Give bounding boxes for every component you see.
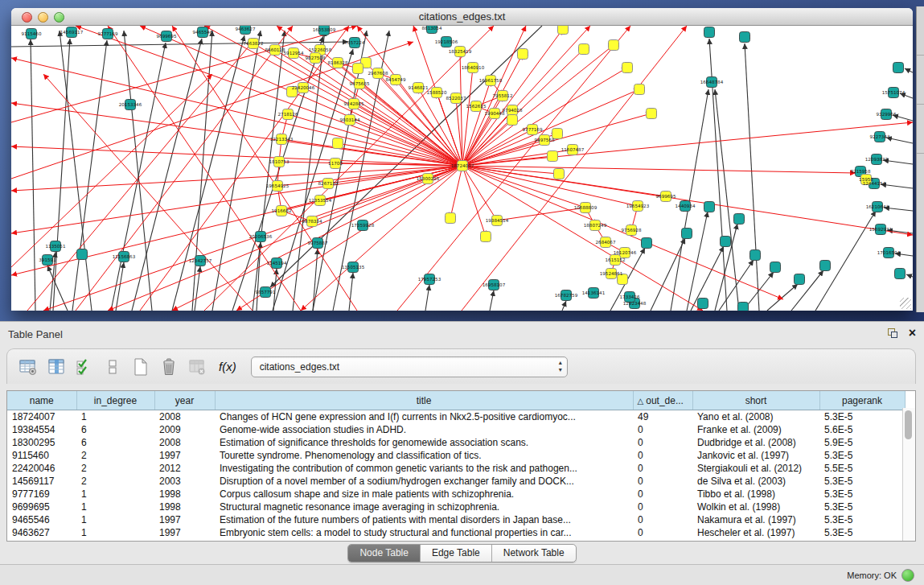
close-window-button[interactable] (22, 12, 32, 23)
table-column-icon (47, 357, 66, 377)
table-row[interactable]: 1872400712008Changes of HCN gene express… (7, 410, 905, 424)
tab-network-table[interactable]: Network Table (492, 545, 576, 562)
table-scrollbar-thumb[interactable] (905, 410, 912, 439)
table-options-button[interactable] (17, 356, 39, 378)
close-panel-icon[interactable]: × (909, 328, 916, 339)
function-builder-button[interactable]: f(x) (219, 360, 236, 373)
table-cell: 22420046 (7, 462, 76, 475)
graph-node-label: 15692931 (869, 227, 893, 232)
delete-columns-button[interactable] (158, 356, 180, 378)
graph-node[interactable] (609, 40, 619, 51)
trash-icon (159, 357, 179, 377)
zoom-window-button[interactable] (54, 12, 64, 23)
minimize-window-button[interactable] (38, 12, 48, 23)
column-header-name[interactable]: name (7, 391, 76, 410)
graph-node[interactable] (893, 63, 904, 73)
graph-node[interactable] (895, 269, 906, 279)
graph-node[interactable] (704, 202, 715, 212)
table-row[interactable]: 946554611997Estimation of the future num… (7, 513, 905, 526)
table-cell: Investigating the contribution of common… (215, 462, 633, 475)
table-cell: Dudbridge et al. (2008) (692, 436, 819, 449)
graph-node[interactable] (333, 138, 343, 149)
graph-node[interactable] (704, 27, 715, 38)
column-header-out-degree[interactable]: △out_de... (633, 391, 692, 410)
network-view[interactable]: 9115460145691179777169969969594655469463… (11, 26, 913, 311)
graph-node[interactable] (738, 303, 749, 311)
table-scrollbar[interactable] (902, 408, 915, 541)
graph-node[interactable] (507, 115, 518, 126)
table-row[interactable]: 946362711997Embryonic stem cells: a mode… (7, 526, 905, 539)
status-bar: Memory: OK (0, 564, 924, 585)
graph-node[interactable] (734, 214, 745, 225)
table-row[interactable]: 1938455462009Genome-wide association stu… (7, 423, 905, 436)
graph-node[interactable] (622, 63, 633, 73)
graph-node-label: 9878334 (302, 219, 322, 224)
column-header-pagerank[interactable]: pagerank (819, 391, 905, 410)
graph-node-label: 19218506 (435, 39, 458, 44)
table-cell: Nakamura et al. (1997) (692, 513, 819, 526)
graph-node[interactable] (750, 250, 761, 261)
graph-node[interactable] (740, 32, 750, 43)
graph-node-label: 1440934 (676, 204, 696, 208)
table-cell: 1997 (154, 526, 215, 539)
graph-node[interactable] (77, 249, 88, 260)
graph-node[interactable] (579, 44, 589, 55)
column-header-in-degree[interactable]: in_degree (76, 391, 154, 410)
table-cell: Structural magnetic resonance image aver… (215, 501, 633, 513)
graph-node[interactable] (518, 49, 528, 60)
graph-node[interactable] (698, 299, 708, 309)
graph-node[interactable] (682, 229, 692, 239)
graph-node-label: 20153346 (119, 102, 142, 107)
graph-node[interactable] (558, 26, 569, 35)
graph-node[interactable] (554, 169, 565, 179)
table-row[interactable]: 2242004622012Investigating the contribut… (7, 462, 905, 475)
graph-node-label: 1810753 (269, 159, 290, 164)
table-row[interactable]: 1830029562008Estimation of significance … (7, 436, 905, 449)
table-type-tabs: Node Table Edge Table Network Table (347, 544, 576, 562)
graph-node[interactable] (353, 64, 363, 74)
table-row[interactable]: 969969511998Structural magnetic resonanc… (7, 501, 905, 513)
table-cell: 2 (76, 462, 154, 475)
table-cell: Stergiakouli et al. (2012) (692, 462, 819, 475)
table-row[interactable]: 1456911722003Disruption of a novel membe… (7, 475, 905, 488)
graph-edge (72, 40, 107, 311)
graph-node[interactable] (820, 261, 831, 271)
graph-node-label: 15226058 (309, 47, 332, 52)
sort-ascending-icon: △ (638, 397, 644, 406)
create-new-column-button[interactable] (129, 356, 152, 378)
tab-node-table[interactable]: Node Table (348, 545, 421, 562)
unselect-all-columns-button[interactable] (101, 356, 124, 378)
resize-grip[interactable] (900, 298, 911, 309)
graph-node[interactable] (642, 238, 652, 249)
graph-node-label: 9699695 (656, 194, 676, 199)
graph-node[interactable] (634, 84, 645, 95)
network-window-titlebar[interactable]: citations_edges.txt (11, 8, 913, 26)
graph-node[interactable] (548, 151, 558, 162)
memory-status-indicator[interactable] (901, 569, 914, 582)
table-row[interactable]: 977716911998Corpus callosum shape and si… (7, 488, 905, 501)
graph-node-label: 12923448 (623, 301, 647, 306)
column-header-year[interactable]: year (154, 391, 215, 410)
table-selector-dropdown[interactable]: citations_edges.txt ▴▾ (251, 356, 568, 377)
column-header-title[interactable]: title (215, 391, 633, 410)
graph-node[interactable] (795, 274, 805, 285)
table-cell: 9463627 (7, 526, 76, 539)
graph-node[interactable] (770, 262, 781, 273)
graph-node[interactable] (481, 232, 491, 242)
delete-table-button[interactable] (186, 356, 208, 378)
column-header-short[interactable]: short (692, 391, 819, 410)
network-window[interactable]: citations_edges.txt 91154601456911797771… (11, 8, 913, 311)
graph-node[interactable] (721, 237, 731, 247)
table-row[interactable]: 911546021997Tourette syndrome. Phenomeno… (7, 449, 905, 462)
tab-edge-table[interactable]: Edge Table (421, 545, 492, 562)
graph-node-label: 19384554 (486, 218, 509, 223)
table-cell: 0 (633, 449, 692, 462)
graph-node-label: 1562615 (466, 104, 487, 109)
graph-node-label: 9465546 (193, 30, 213, 35)
graph-node[interactable] (446, 213, 456, 224)
float-panel-icon[interactable] (888, 328, 897, 338)
graph-node-label: 2684067 (596, 240, 616, 245)
select-all-columns-button[interactable] (73, 356, 96, 378)
graph-node[interactable] (647, 109, 657, 119)
show-columns-button[interactable] (45, 356, 68, 378)
